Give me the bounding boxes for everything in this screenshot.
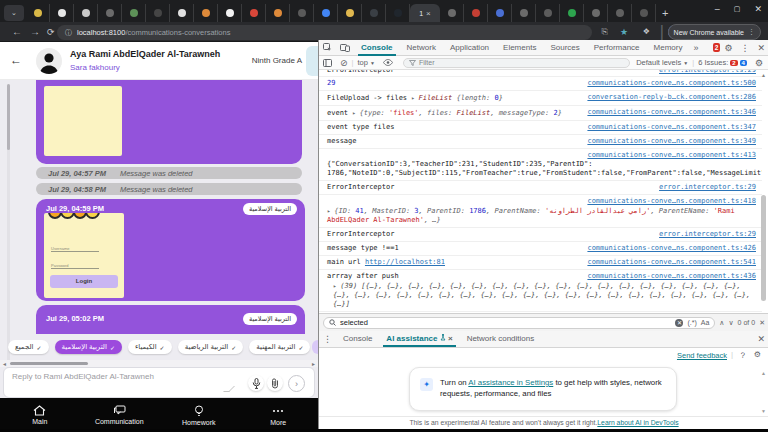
login-screenshot-attachment[interactable]: Username Password Login — [44, 213, 124, 298]
console-row[interactable]: error.interceptor.ts:29ErrorInterceptor — [319, 70, 762, 77]
drawer-kebab-icon[interactable]: ⋮ — [319, 334, 336, 344]
console-sidebar-icon[interactable] — [319, 59, 336, 67]
regex-toggle[interactable]: (.*) — [687, 319, 696, 326]
browser-tab[interactable] — [146, 4, 170, 22]
help-icon[interactable]: ？ — [739, 350, 747, 361]
browser-tab-active[interactable]: 1× — [410, 4, 440, 22]
deleted-message-pill[interactable]: Jul 29, 04:58 PMMessage was deleted — [36, 183, 302, 195]
subject-chip[interactable]: الجميع✓ — [8, 340, 49, 354]
message-bubble-3[interactable]: Jul 29, 05:02 PM التربية الإسلامية — [36, 305, 305, 334]
close-icon[interactable]: ✕ — [754, 4, 762, 14]
browser-tab[interactable] — [362, 4, 386, 22]
devtools-tab-application[interactable]: Application — [443, 40, 496, 56]
source-link[interactable]: communications-conve…ns.component.ts:500 — [587, 79, 756, 88]
console-row[interactable]: communications-conve…ns.component.ts:349… — [319, 135, 762, 149]
clear-console-icon[interactable]: ⊘ — [336, 58, 352, 68]
console-row[interactable]: error.interceptor.ts:29ErrorInterceptor — [319, 181, 762, 195]
source-link[interactable]: communications-conve…ns.component.ts:541 — [587, 258, 756, 267]
console-row[interactable]: conversation-reply-b…ck.component.ts:286… — [319, 91, 762, 106]
subject-chip[interactable]: التربية الإسلامية✓ — [55, 340, 122, 354]
ai-settings-link[interactable]: AI assistance in Settings — [468, 378, 553, 387]
console-row[interactable]: communications-conve…ns.component.ts:436… — [319, 270, 762, 312]
source-link[interactable]: communications-conve…ns.component.ts:418 — [335, 197, 756, 206]
scroll-left-arrow-icon[interactable]: ◄ — [2, 361, 7, 367]
nav-item-more[interactable]: More — [239, 398, 319, 432]
browser-tab[interactable] — [560, 4, 584, 22]
search-clear-icon[interactable]: ✕ — [675, 319, 683, 327]
address-bar[interactable]: ⓘlocalhost:8100/communications-conversat… — [57, 25, 592, 40]
source-link[interactable]: error.interceptor.ts:29 — [659, 183, 756, 192]
browser-tab[interactable] — [632, 4, 656, 22]
console-scroll-up-arrow[interactable]: ▲ — [761, 72, 766, 78]
nav-item-main[interactable]: Main — [0, 398, 80, 432]
source-link[interactable]: conversation-reply-b…ck.component.ts:286 — [587, 93, 756, 102]
browser-tab[interactable] — [50, 4, 74, 22]
console-object-preview[interactable]: ▸ (39) [{…}, {…}, {…}, {…}, {…}, {…}, {…… — [327, 281, 756, 309]
browser-tab[interactable] — [194, 4, 218, 22]
devtools-kebab-icon[interactable]: ⋮ — [736, 43, 753, 53]
browser-tab[interactable] — [488, 4, 512, 22]
browser-tab[interactable] — [98, 4, 122, 22]
search-next-icon[interactable]: ∨ — [728, 319, 733, 327]
browser-tab[interactable] — [74, 4, 98, 22]
console-filter-input[interactable]: Filter — [403, 58, 630, 68]
console-row[interactable]: communications-conve…ns.component.ts:426… — [319, 242, 762, 256]
search-close-icon[interactable]: ✕ — [759, 319, 765, 327]
devtools-tab-elements[interactable]: Elements — [496, 40, 543, 56]
deleted-message-pill[interactable]: Jul 29, 04:57 PMMessage was deleted — [36, 167, 302, 179]
new-chrome-available-button[interactable]: New Chrome available ⋮ — [668, 24, 761, 40]
log-levels-dropdown[interactable]: Default levels ▼ — [636, 58, 688, 67]
chat-scrollbar-thumb[interactable] — [7, 84, 10, 150]
match-case-toggle[interactable]: Aa — [701, 319, 710, 326]
attachment-paperclip-icon[interactable] — [267, 375, 283, 391]
console-row[interactable]: communications-conve…ns.component.ts:541… — [319, 256, 762, 270]
source-link[interactable]: communications-conve…ns.component.ts:349 — [587, 137, 756, 146]
devtools-tab-sources[interactable]: Sources — [543, 40, 586, 56]
subject-chip[interactable]: التربية الرياضية✓ — [178, 340, 244, 354]
drawer-tab-ai-assistance[interactable]: AI assistance × — [379, 331, 459, 347]
ai-settings-gear-icon[interactable]: ⚙ — [754, 350, 761, 359]
source-link[interactable]: communications-conve…ns.component.ts:436 — [587, 272, 756, 281]
drawer-scroll-up-arrow[interactable]: ▲ — [761, 370, 766, 376]
console-row[interactable]: communications-conve…ns.component.ts:347… — [319, 121, 762, 135]
subject-chip[interactable]: الكيمياء✓ — [128, 340, 172, 354]
message-bubble-2[interactable]: Jul 29, 04:59 PM التربية الإسلامية Usern… — [36, 199, 305, 301]
error-count-badge[interactable]: 2 — [713, 43, 721, 52]
source-link[interactable]: communications-conve…ns.component.ts:347 — [587, 123, 756, 132]
devtools-settings-gear-icon[interactable]: ⚙ — [720, 43, 736, 53]
chrome-menu-kebab-icon[interactable]: ⋮ — [748, 28, 755, 36]
site-info-icon[interactable]: ⓘ — [65, 29, 72, 36]
tab-close-icon[interactable]: × — [426, 9, 431, 18]
context-selector[interactable]: top ▼ — [354, 58, 379, 67]
inspect-element-icon[interactable] — [319, 43, 336, 52]
browser-tab[interactable] — [266, 4, 290, 22]
console-scrollbar-thumb[interactable] — [761, 195, 766, 301]
browser-tab[interactable] — [536, 4, 560, 22]
drawer-tab-close-icon[interactable]: × — [446, 334, 453, 343]
console-settings-gear-icon[interactable]: ⚙ — [751, 58, 768, 68]
more-tabs-icon[interactable]: » — [689, 43, 702, 53]
nav-item-homework[interactable]: Homework — [159, 398, 239, 432]
console-row[interactable]: communications-conve…ns.component.ts:418… — [319, 195, 762, 228]
drawer-tab-network-conditions[interactable]: Network conditions — [460, 331, 542, 347]
browser-tab[interactable] — [218, 4, 242, 22]
nav-item-communication[interactable]: Communication — [80, 398, 160, 432]
browser-tab[interactable] — [314, 4, 338, 22]
source-link[interactable]: communications-conve…ns.component.ts:346 — [587, 108, 756, 117]
browser-tab[interactable] — [512, 4, 536, 22]
browser-tab[interactable] — [26, 4, 50, 22]
live-expression-eye-icon[interactable] — [379, 59, 397, 66]
console-url-link[interactable]: http://localhost:81 — [365, 258, 445, 266]
send-button[interactable]: › — [288, 375, 305, 392]
console-row[interactable]: error.interceptor.ts:29ErrorInterceptor — [319, 228, 762, 242]
browser-tab[interactable] — [608, 4, 632, 22]
maximize-icon[interactable]: ▢ — [734, 5, 741, 13]
minimize-icon[interactable]: – — [715, 4, 720, 14]
browser-tab[interactable] — [242, 4, 266, 22]
devtools-tab-console[interactable]: Console — [354, 40, 400, 56]
browser-tab[interactable] — [170, 4, 194, 22]
new-tab-button[interactable]: + — [662, 7, 668, 19]
message-bubble-1[interactable] — [36, 80, 302, 164]
chips-hscrollbar-thumb[interactable] — [10, 362, 88, 365]
browser-tab[interactable] — [440, 4, 464, 22]
